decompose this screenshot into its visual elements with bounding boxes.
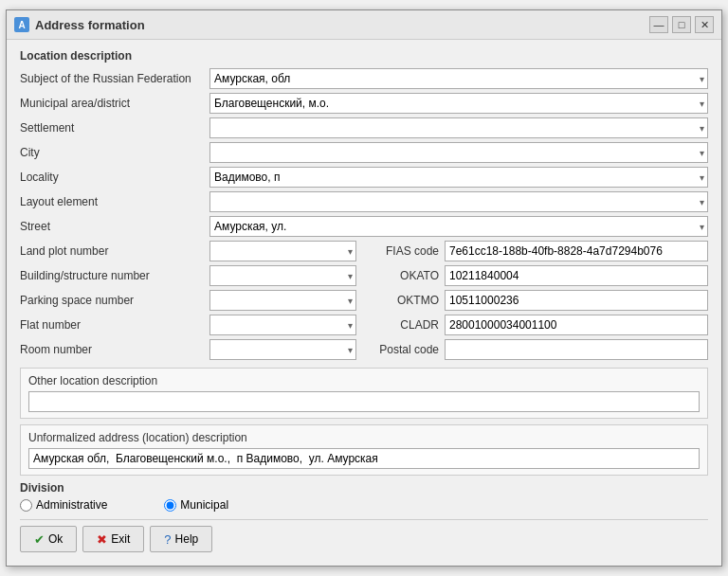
fias-input[interactable] [445, 241, 708, 261]
cladr-row: CLADR [369, 315, 708, 335]
flat-row: Flat number [20, 315, 361, 335]
street-select[interactable]: Амурская, ул. [209, 216, 708, 237]
main-window: A Address formation — □ ✕ Location descr… [6, 9, 722, 567]
municipal-select-wrapper: Благовещенский, м.о. [209, 93, 708, 114]
ok-button[interactable]: ✔ Ok [20, 526, 77, 552]
maximize-button[interactable]: □ [672, 16, 691, 33]
layout-label: Layout element [20, 195, 209, 208]
administrative-label: Administrative [36, 498, 107, 512]
municipal-select[interactable]: Благовещенский, м.о. [209, 93, 708, 114]
layout-select-wrapper [209, 191, 708, 212]
subject-label: Subject of the Russian Federation [20, 72, 209, 85]
unformalized-input[interactable] [28, 448, 700, 469]
street-row: Street Амурская, ул. [20, 216, 708, 237]
layout-row: Layout element [20, 191, 708, 212]
button-row: ✔ Ok ✖ Exit ? Help [20, 519, 708, 556]
radio-row: Administrative Municipal [20, 498, 708, 512]
other-location-group: Other location description [20, 368, 708, 419]
subject-select[interactable]: Амурская, обл [209, 68, 708, 89]
unformalized-group: Unformalized address (location) descript… [20, 424, 708, 476]
flat-select[interactable] [209, 315, 356, 335]
minimize-button[interactable]: — [649, 16, 668, 33]
exit-button[interactable]: ✖ Exit [82, 526, 144, 552]
room-wrapper [209, 339, 356, 360]
city-row: City [20, 142, 708, 163]
settlement-label: Settlement [20, 121, 209, 135]
ok-label: Ok [48, 532, 63, 546]
check-icon: ✔ [34, 532, 45, 547]
cladr-input[interactable] [445, 315, 708, 335]
help-button[interactable]: ? Help [150, 526, 212, 552]
exit-label: Exit [111, 532, 130, 546]
window-title: Address formation [35, 18, 145, 32]
okato-input[interactable] [445, 265, 708, 286]
building-wrapper [209, 265, 356, 286]
street-select-wrapper: Амурская, ул. [209, 216, 708, 237]
flat-wrapper [209, 315, 356, 335]
layout-select[interactable] [209, 191, 708, 212]
close-button[interactable]: ✕ [695, 16, 714, 33]
settlement-select[interactable] [209, 117, 708, 138]
oktmo-label: OKTMO [369, 294, 445, 307]
okato-label: OKATO [369, 269, 445, 282]
question-icon: ? [164, 532, 171, 547]
lower-section: Land plot number Building/structure numb… [20, 241, 708, 364]
x-icon: ✖ [97, 532, 107, 547]
other-location-title: Other location description [28, 374, 700, 387]
building-select[interactable] [209, 265, 356, 286]
help-label: Help [175, 532, 199, 546]
municipal-label: Municipal [180, 498, 228, 512]
title-controls: — □ ✕ [649, 16, 714, 33]
flat-label: Flat number [20, 318, 209, 332]
oktmo-row: OKTMO [369, 290, 708, 311]
fias-row: FIAS code [369, 241, 708, 261]
subject-select-wrapper: Амурская, обл [209, 68, 708, 89]
city-select-wrapper [209, 142, 708, 163]
parking-wrapper [209, 290, 356, 311]
form-content: Location description Subject of the Russ… [7, 40, 721, 566]
room-label: Room number [20, 343, 209, 356]
municipal-radio[interactable] [164, 499, 176, 512]
settlement-row: Settlement [20, 117, 708, 138]
city-select[interactable] [209, 142, 708, 163]
land-plot-label: Land plot number [20, 244, 209, 258]
room-select[interactable] [209, 339, 356, 360]
postal-label: Postal code [369, 343, 445, 356]
fias-label: FIAS code [369, 244, 445, 258]
street-label: Street [20, 220, 209, 233]
lower-left: Land plot number Building/structure numb… [20, 241, 361, 364]
administrative-radio[interactable] [20, 499, 32, 512]
okato-row: OKATO [369, 265, 708, 286]
locality-row: Locality Вадимово, п [20, 167, 708, 188]
municipal-label: Municipal area/district [20, 97, 209, 110]
division-title: Division [20, 481, 708, 495]
land-plot-row: Land plot number [20, 241, 361, 261]
locality-select[interactable]: Вадимово, п [209, 167, 708, 188]
lower-right: FIAS code OKATO OKTMO CLADR [369, 241, 708, 364]
parking-row: Parking space number [20, 290, 361, 311]
postal-row: Postal code [369, 339, 708, 360]
municipal-radio-label[interactable]: Municipal [164, 498, 228, 512]
app-icon: A [14, 17, 29, 32]
other-location-input[interactable] [28, 391, 700, 412]
settlement-select-wrapper [209, 117, 708, 138]
land-plot-select[interactable] [209, 241, 356, 261]
title-bar-left: A Address formation [14, 17, 145, 32]
postal-input[interactable] [445, 339, 708, 360]
oktmo-input[interactable] [445, 290, 708, 311]
subject-row: Subject of the Russian Federation Амурск… [20, 68, 708, 89]
title-bar: A Address formation — □ ✕ [7, 10, 721, 40]
division-section: Division Administrative Municipal [20, 481, 708, 512]
city-label: City [20, 146, 209, 159]
parking-select[interactable] [209, 290, 356, 311]
locality-label: Locality [20, 171, 209, 184]
location-section-label: Location description [20, 49, 708, 63]
room-row: Room number [20, 339, 361, 360]
unformalized-title: Unformalized address (location) descript… [28, 431, 700, 444]
cladr-label: CLADR [369, 318, 445, 332]
building-row: Building/structure number [20, 265, 361, 286]
building-label: Building/structure number [20, 269, 209, 282]
municipal-row: Municipal area/district Благовещенский, … [20, 93, 708, 114]
parking-label: Parking space number [20, 294, 209, 307]
administrative-radio-label[interactable]: Administrative [20, 498, 107, 512]
